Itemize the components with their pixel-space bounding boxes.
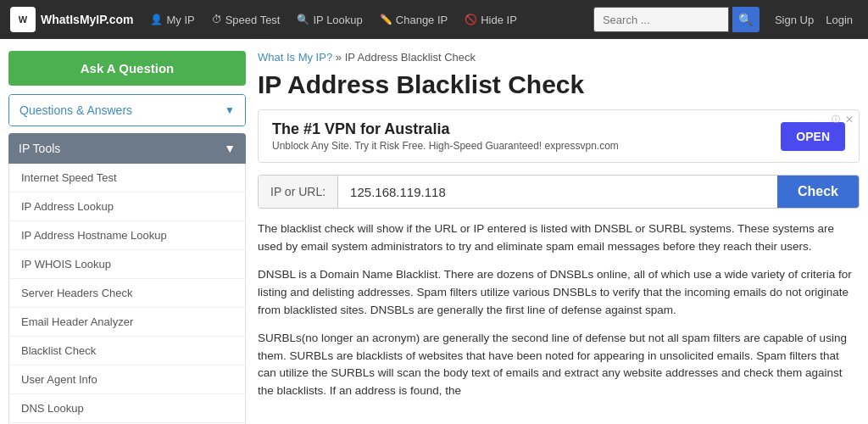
nav-ip-lookup[interactable]: 🔍 IP Lookup [290,0,369,39]
menu-dns-lookup[interactable]: DNS Lookup [9,394,245,423]
list-item: Email Header Analyzer [9,308,245,337]
nav-speed-test[interactable]: ⏱ Speed Test [205,0,287,39]
nav-change-ip-label: Change IP [396,14,448,26]
body-text: The blacklist check will show if the URL… [258,220,860,400]
list-item: IP Address Hostname Lookup [9,221,245,250]
breadcrumb-current: IP Address Blacklist Check [345,51,476,64]
search-input[interactable] [593,7,729,32]
ip-tools-header[interactable]: IP Tools ▼ [8,133,246,164]
ad-subtitle: Unblock Any Site. Try it Risk Free. High… [272,140,619,152]
nav-my-ip[interactable]: 👤 My IP [143,0,201,39]
ip-input[interactable] [338,176,777,208]
ad-banner: ⓘ ✕ The #1 VPN for Australia Unblock Any… [258,109,860,163]
menu-ip-whois-lookup[interactable]: IP WHOIS Lookup [9,250,245,279]
logo-icon: W [10,7,36,32]
breadcrumb-home-link[interactable]: What Is My IP? [258,51,332,64]
search-button[interactable]: 🔍 [732,7,760,32]
menu-email-header-analyzer[interactable]: Email Header Analyzer [9,308,245,337]
ad-open-button[interactable]: OPEN [781,122,845,151]
ip-tools-chevron-icon: ▼ [224,142,236,155]
navbar: W WhatIsMyIP.com 👤 My IP ⏱ Speed Test 🔍 … [0,0,868,39]
list-item: Server Headers Check [9,279,245,308]
menu-user-agent-info[interactable]: User Agent Info [9,365,245,394]
list-item: IP Address Lookup [9,192,245,221]
menu-internet-speed-test[interactable]: Internet Speed Test [9,164,245,192]
qa-dropdown-header[interactable]: Questions & Answers ▼ [9,95,245,126]
list-item: DNS Lookup [9,394,245,423]
ip-tools-section: IP Tools ▼ Internet Speed Test IP Addres… [8,133,246,424]
breadcrumb-separator: » [336,51,345,64]
check-button[interactable]: Check [777,176,859,208]
nav-hide-ip[interactable]: 🚫 Hide IP [458,0,524,39]
sidebar-menu: Internet Speed Test IP Address Lookup IP… [8,164,246,424]
qa-chevron-icon: ▼ [225,104,235,116]
my-ip-icon: 👤 [150,14,163,25]
nav-my-ip-label: My IP [166,14,194,26]
paragraph-1: The blacklist check will show if the URL… [258,220,860,256]
menu-ip-hostname-lookup[interactable]: IP Address Hostname Lookup [9,221,245,250]
main-content: What Is My IP? » IP Address Blacklist Ch… [258,51,860,424]
login-link[interactable]: Login [821,14,858,26]
ad-label: ⓘ [832,114,840,126]
hide-ip-icon: 🚫 [465,14,477,25]
logo[interactable]: W WhatIsMyIP.com [10,7,133,32]
ask-question-button[interactable]: Ask A Question [8,51,246,86]
auth-links: Sign Up Login [770,14,858,26]
change-ip-icon: ✏️ [380,14,392,25]
speed-test-icon: ⏱ [212,14,222,25]
sign-up-link[interactable]: Sign Up [770,14,819,26]
ip-tools-label: IP Tools [19,142,60,155]
paragraph-2: DNSBL is a Domain Name Blacklist. There … [258,266,860,320]
nav-hide-ip-label: Hide IP [481,14,517,26]
list-item: IP WHOIS Lookup [9,250,245,279]
breadcrumb: What Is My IP? » IP Address Blacklist Ch… [258,51,860,64]
paragraph-3: SURBLs(no longer an acronym) are general… [258,330,860,401]
sidebar: Ask A Question Questions & Answers ▼ IP … [8,51,246,424]
list-item: User Agent Info [9,365,245,394]
list-item: Internet Speed Test [9,164,245,192]
qa-label: Questions & Answers [19,103,132,117]
nav-change-ip[interactable]: ✏️ Change IP [373,0,454,39]
menu-ip-address-lookup[interactable]: IP Address Lookup [9,192,245,221]
ip-input-row: IP or URL: Check [258,175,860,209]
page-title: IP Address Blacklist Check [258,70,860,99]
menu-blacklist-check[interactable]: Blacklist Check [9,337,245,365]
ad-text: The #1 VPN for Australia Unblock Any Sit… [272,120,619,152]
page-layout: Ask A Question Questions & Answers ▼ IP … [0,39,868,424]
search-area: 🔍 [593,7,760,32]
list-item: Blacklist Check [9,337,245,365]
nav-speed-test-label: Speed Test [225,14,281,26]
menu-server-headers-check[interactable]: Server Headers Check [9,279,245,308]
qa-dropdown[interactable]: Questions & Answers ▼ [8,94,246,126]
ad-close-icon[interactable]: ✕ [845,114,854,126]
nav-ip-lookup-label: IP Lookup [313,14,362,26]
logo-text: WhatIsMyIP.com [41,13,133,26]
ip-lookup-icon: 🔍 [297,14,309,25]
ad-title: The #1 VPN for Australia [272,120,619,138]
ip-label: IP or URL: [259,176,338,208]
